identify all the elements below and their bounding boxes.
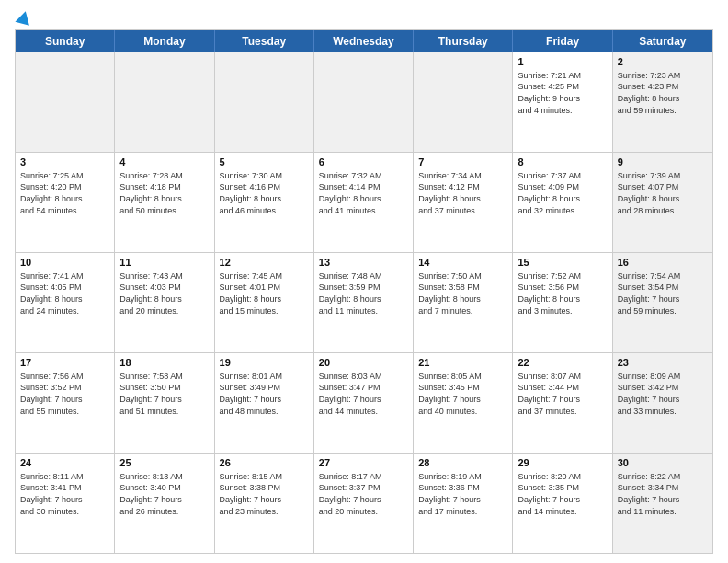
- cell-info: Sunrise: 8:05 AM Sunset: 3:45 PM Dayligh…: [418, 371, 507, 417]
- calendar-cell: 8Sunrise: 7:37 AM Sunset: 4:09 PM Daylig…: [513, 153, 612, 252]
- calendar-cell: 2Sunrise: 7:23 AM Sunset: 4:23 PM Daylig…: [613, 52, 712, 152]
- calendar-cell: 14Sunrise: 7:50 AM Sunset: 3:58 PM Dayli…: [414, 253, 513, 352]
- cell-info: Sunrise: 8:17 AM Sunset: 3:37 PM Dayligh…: [319, 471, 408, 517]
- cell-info: Sunrise: 8:11 AM Sunset: 3:41 PM Dayligh…: [20, 471, 109, 517]
- calendar-cell: 26Sunrise: 8:15 AM Sunset: 3:38 PM Dayli…: [215, 454, 314, 553]
- logo-triangle-icon: [15, 9, 32, 26]
- day-number: 9: [618, 155, 708, 169]
- weekday-header: Friday: [513, 30, 612, 52]
- day-number: 19: [220, 356, 309, 370]
- day-number: 3: [20, 155, 109, 169]
- calendar-cell: 11Sunrise: 7:43 AM Sunset: 4:03 PM Dayli…: [115, 253, 214, 352]
- day-number: 12: [220, 256, 309, 270]
- cell-info: Sunrise: 7:25 AM Sunset: 4:20 PM Dayligh…: [20, 170, 109, 216]
- calendar-cell: [115, 52, 214, 152]
- cell-info: Sunrise: 7:48 AM Sunset: 3:59 PM Dayligh…: [319, 270, 408, 316]
- calendar-cell: 20Sunrise: 8:03 AM Sunset: 3:47 PM Dayli…: [314, 353, 414, 453]
- cell-info: Sunrise: 8:09 AM Sunset: 3:42 PM Dayligh…: [618, 371, 708, 417]
- day-number: 20: [319, 356, 408, 370]
- calendar-cell: 30Sunrise: 8:22 AM Sunset: 3:34 PM Dayli…: [613, 454, 712, 553]
- calendar-row: 10Sunrise: 7:41 AM Sunset: 4:05 PM Dayli…: [16, 253, 712, 353]
- calendar-row: 1Sunrise: 7:21 AM Sunset: 4:25 PM Daylig…: [16, 52, 712, 153]
- day-number: 26: [220, 456, 309, 470]
- cell-info: Sunrise: 8:19 AM Sunset: 3:36 PM Dayligh…: [418, 471, 507, 517]
- day-number: 29: [518, 456, 607, 470]
- cell-info: Sunrise: 8:15 AM Sunset: 3:38 PM Dayligh…: [220, 471, 309, 517]
- cell-info: Sunrise: 7:21 AM Sunset: 4:25 PM Dayligh…: [518, 70, 607, 116]
- weekday-header: Thursday: [414, 30, 513, 52]
- calendar-body: 1Sunrise: 7:21 AM Sunset: 4:25 PM Daylig…: [16, 52, 712, 553]
- calendar-cell: 22Sunrise: 8:07 AM Sunset: 3:44 PM Dayli…: [513, 353, 612, 453]
- day-number: 4: [119, 155, 209, 169]
- cell-info: Sunrise: 7:34 AM Sunset: 4:12 PM Dayligh…: [418, 170, 507, 216]
- calendar-cell: 16Sunrise: 7:54 AM Sunset: 3:54 PM Dayli…: [613, 253, 712, 352]
- day-number: 21: [418, 356, 507, 370]
- cell-info: Sunrise: 7:32 AM Sunset: 4:14 PM Dayligh…: [319, 170, 408, 216]
- cell-info: Sunrise: 7:28 AM Sunset: 4:18 PM Dayligh…: [119, 170, 209, 216]
- calendar-cell: 3Sunrise: 7:25 AM Sunset: 4:20 PM Daylig…: [16, 153, 115, 252]
- day-number: 5: [220, 155, 309, 169]
- calendar-cell: 18Sunrise: 7:58 AM Sunset: 3:50 PM Dayli…: [115, 353, 214, 453]
- weekday-header: Sunday: [16, 30, 115, 52]
- day-number: 16: [618, 256, 708, 270]
- day-number: 28: [418, 456, 507, 470]
- calendar-cell: [16, 52, 115, 152]
- cell-info: Sunrise: 7:56 AM Sunset: 3:52 PM Dayligh…: [20, 371, 109, 417]
- calendar-cell: 5Sunrise: 7:30 AM Sunset: 4:16 PM Daylig…: [215, 153, 314, 252]
- day-number: 2: [618, 55, 708, 69]
- header: [15, 11, 713, 24]
- day-number: 8: [518, 155, 607, 169]
- calendar-cell: [314, 52, 414, 152]
- calendar-cell: 6Sunrise: 7:32 AM Sunset: 4:14 PM Daylig…: [314, 153, 414, 252]
- cell-info: Sunrise: 8:22 AM Sunset: 3:34 PM Dayligh…: [618, 471, 708, 517]
- calendar-cell: 9Sunrise: 7:39 AM Sunset: 4:07 PM Daylig…: [613, 153, 712, 252]
- cell-info: Sunrise: 7:37 AM Sunset: 4:09 PM Dayligh…: [518, 170, 607, 216]
- day-number: 11: [119, 256, 209, 270]
- calendar-cell: [215, 52, 314, 152]
- weekday-header: Saturday: [613, 30, 712, 52]
- day-number: 1: [518, 55, 607, 69]
- calendar-cell: 23Sunrise: 8:09 AM Sunset: 3:42 PM Dayli…: [613, 353, 712, 453]
- cell-info: Sunrise: 8:07 AM Sunset: 3:44 PM Dayligh…: [518, 371, 607, 417]
- calendar-cell: 13Sunrise: 7:48 AM Sunset: 3:59 PM Dayli…: [314, 253, 414, 352]
- calendar-row: 17Sunrise: 7:56 AM Sunset: 3:52 PM Dayli…: [16, 353, 712, 454]
- cell-info: Sunrise: 7:58 AM Sunset: 3:50 PM Dayligh…: [119, 371, 209, 417]
- page: SundayMondayTuesdayWednesdayThursdayFrid…: [0, 0, 728, 563]
- calendar-cell: 7Sunrise: 7:34 AM Sunset: 4:12 PM Daylig…: [414, 153, 513, 252]
- day-number: 6: [319, 155, 408, 169]
- calendar-row: 24Sunrise: 8:11 AM Sunset: 3:41 PM Dayli…: [16, 454, 712, 553]
- cell-info: Sunrise: 7:23 AM Sunset: 4:23 PM Dayligh…: [618, 70, 708, 116]
- day-number: 17: [20, 356, 109, 370]
- cell-info: Sunrise: 8:01 AM Sunset: 3:49 PM Dayligh…: [220, 371, 309, 417]
- calendar-cell: 29Sunrise: 8:20 AM Sunset: 3:35 PM Dayli…: [513, 454, 612, 553]
- cell-info: Sunrise: 7:43 AM Sunset: 4:03 PM Dayligh…: [119, 270, 209, 316]
- day-number: 27: [319, 456, 408, 470]
- calendar-cell: 28Sunrise: 8:19 AM Sunset: 3:36 PM Dayli…: [414, 454, 513, 553]
- calendar-cell: [414, 52, 513, 152]
- cell-info: Sunrise: 7:41 AM Sunset: 4:05 PM Dayligh…: [20, 270, 109, 316]
- calendar-cell: 17Sunrise: 7:56 AM Sunset: 3:52 PM Dayli…: [16, 353, 115, 453]
- day-number: 7: [418, 155, 507, 169]
- day-number: 15: [518, 256, 607, 270]
- day-number: 30: [618, 456, 708, 470]
- cell-info: Sunrise: 8:03 AM Sunset: 3:47 PM Dayligh…: [319, 371, 408, 417]
- calendar-cell: 25Sunrise: 8:13 AM Sunset: 3:40 PM Dayli…: [115, 454, 214, 553]
- day-number: 14: [418, 256, 507, 270]
- calendar-cell: 10Sunrise: 7:41 AM Sunset: 4:05 PM Dayli…: [16, 253, 115, 352]
- calendar-cell: 12Sunrise: 7:45 AM Sunset: 4:01 PM Dayli…: [215, 253, 314, 352]
- cell-info: Sunrise: 8:13 AM Sunset: 3:40 PM Dayligh…: [119, 471, 209, 517]
- calendar-cell: 27Sunrise: 8:17 AM Sunset: 3:37 PM Dayli…: [314, 454, 414, 553]
- cell-info: Sunrise: 8:20 AM Sunset: 3:35 PM Dayligh…: [518, 471, 607, 517]
- day-number: 13: [319, 256, 408, 270]
- day-number: 18: [119, 356, 209, 370]
- weekday-header: Tuesday: [215, 30, 314, 52]
- cell-info: Sunrise: 7:52 AM Sunset: 3:56 PM Dayligh…: [518, 270, 607, 316]
- cell-info: Sunrise: 7:45 AM Sunset: 4:01 PM Dayligh…: [220, 270, 309, 316]
- weekday-header: Monday: [115, 30, 214, 52]
- calendar-row: 3Sunrise: 7:25 AM Sunset: 4:20 PM Daylig…: [16, 153, 712, 253]
- day-number: 23: [618, 356, 708, 370]
- cell-info: Sunrise: 7:30 AM Sunset: 4:16 PM Dayligh…: [220, 170, 309, 216]
- cell-info: Sunrise: 7:50 AM Sunset: 3:58 PM Dayligh…: [418, 270, 507, 316]
- calendar-cell: 1Sunrise: 7:21 AM Sunset: 4:25 PM Daylig…: [513, 52, 612, 152]
- cell-info: Sunrise: 7:39 AM Sunset: 4:07 PM Dayligh…: [618, 170, 708, 216]
